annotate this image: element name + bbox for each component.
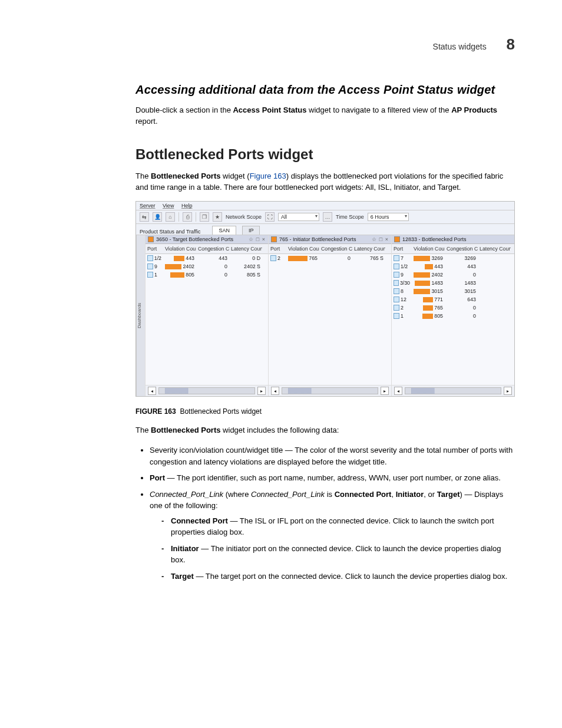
network-scope-dropdown[interactable]: All xyxy=(278,213,319,221)
column-header[interactable]: Port xyxy=(146,245,163,252)
toolbar-print-icon[interactable]: ⎙ xyxy=(183,212,192,222)
toolbar-user-icon[interactable]: 👤 xyxy=(153,212,162,222)
horizontal-scrollbar[interactable]: ◂▸ xyxy=(146,385,268,396)
port-icon xyxy=(394,280,399,286)
table-row[interactable]: 1/2443443 xyxy=(392,262,514,271)
column-header[interactable]: Violation Count xyxy=(163,245,196,252)
bar-chart-bar xyxy=(425,264,433,269)
menu-view[interactable]: View xyxy=(163,203,174,209)
dash-target: Target — The target port on the connecte… xyxy=(161,571,515,582)
latency-count-cell: 2402 S xyxy=(229,263,262,270)
table-row[interactable]: 12771643 xyxy=(392,295,514,304)
port-icon xyxy=(394,305,399,311)
scroll-track[interactable] xyxy=(158,387,255,394)
bar-chart-bar xyxy=(414,289,430,294)
horizontal-scrollbar[interactable]: ◂▸ xyxy=(269,385,391,396)
column-header[interactable]: Congestion C... xyxy=(319,245,352,252)
tab-san[interactable]: SAN xyxy=(212,226,236,235)
port-cell: 8 xyxy=(392,288,412,295)
bar-chart-bar xyxy=(170,272,184,278)
latency-count-cell xyxy=(478,274,511,275)
congestion-count-cell: 0 xyxy=(445,304,478,311)
port-icon xyxy=(394,288,399,294)
table-row[interactable]: 3/3014831483 xyxy=(392,279,514,287)
scroll-track[interactable] xyxy=(282,387,378,394)
violation-count-cell: 443 xyxy=(163,255,196,262)
table-row[interactable]: 924020 xyxy=(392,271,514,279)
port-cell: 2 xyxy=(269,255,286,262)
bar-chart-bar xyxy=(288,256,308,261)
menu-server[interactable]: Server xyxy=(140,203,156,209)
dash-initiator: Initiator — The initiator port on the co… xyxy=(161,543,515,566)
scroll-right-arrow[interactable]: ▸ xyxy=(504,387,512,395)
column-header[interactable]: Violation Count xyxy=(412,245,445,252)
bar-chart-bar xyxy=(414,272,430,278)
toolbar-copy-icon[interactable]: ❐ xyxy=(200,212,209,222)
ellipsis-button[interactable]: … xyxy=(323,212,332,222)
horizontal-scrollbar[interactable]: ◂▸ xyxy=(392,385,514,396)
table-row[interactable]: 18050805 S xyxy=(146,271,268,279)
scroll-left-arrow[interactable]: ◂ xyxy=(148,387,156,395)
port-cell: 12 xyxy=(392,296,412,303)
violation-count-cell: 3269 xyxy=(412,255,445,262)
scroll-track[interactable] xyxy=(405,387,501,394)
column-header[interactable]: Latency Count xyxy=(229,245,262,252)
scope-icon[interactable]: ⛶ xyxy=(265,212,275,222)
latency-count-cell xyxy=(478,282,511,284)
toolbar-icon[interactable]: ⇆ xyxy=(140,212,149,222)
table-row[interactable]: 27650765 S xyxy=(269,254,391,262)
scroll-thumb[interactable] xyxy=(165,388,189,394)
latency-count-cell xyxy=(478,291,511,292)
violation-count-cell: 805 xyxy=(163,271,196,278)
table-row[interactable]: 9240202402 S xyxy=(146,262,268,271)
table-row[interactable]: 830153015 xyxy=(392,287,514,295)
panel-controls[interactable]: ☆ □ × xyxy=(372,236,389,242)
port-icon xyxy=(270,255,276,261)
figure-reference-link[interactable]: Figure 163 xyxy=(250,172,286,180)
violation-count-cell: 2402 xyxy=(163,263,196,270)
menu-help[interactable]: Help xyxy=(181,203,193,209)
bullet-severity: Severity icon/violation count/widget tit… xyxy=(150,444,515,467)
sidebar-dashboards[interactable]: Dashboards xyxy=(136,235,145,396)
table-row[interactable]: 1/24434430 D xyxy=(146,254,268,262)
table-row[interactable]: 732693269 xyxy=(392,254,514,262)
app-toolbar: ⇆ 👤 ⌂ ⎙ ❐ ★ Network Scope ⛶ All … Time S… xyxy=(136,210,514,224)
port-icon xyxy=(394,272,399,278)
column-header[interactable]: Congestion C... xyxy=(196,245,229,252)
congestion-count-cell: 443 xyxy=(196,255,229,262)
panel-spacer xyxy=(392,320,514,385)
scroll-right-arrow[interactable]: ▸ xyxy=(381,387,389,395)
widget-heading: Bottlenecked Ports widget xyxy=(135,146,515,163)
dash-list: Connected Port — The ISL or IFL port on … xyxy=(150,515,515,582)
panel-title: 3650 - Target Bottlenecked Ports xyxy=(156,236,233,242)
toolbar-star-icon[interactable]: ★ xyxy=(213,212,222,222)
column-header[interactable]: Port xyxy=(269,245,286,252)
column-header[interactable]: Congestion C... xyxy=(445,245,478,252)
violation-count-cell: 765 xyxy=(286,255,319,262)
toolbar-home-icon[interactable]: ⌂ xyxy=(166,212,175,222)
panel-controls[interactable]: ☆ □ × xyxy=(249,236,266,242)
scroll-thumb[interactable] xyxy=(288,388,312,394)
tab-ip[interactable]: IP xyxy=(242,226,260,235)
column-header[interactable]: Port xyxy=(392,245,412,252)
table-row[interactable]: 27650 xyxy=(392,304,514,312)
scroll-thumb[interactable] xyxy=(411,388,435,394)
chapter-number: 8 xyxy=(507,35,515,53)
table-row[interactable]: 18050 xyxy=(392,312,514,320)
bar-chart-bar xyxy=(423,297,433,302)
column-header[interactable]: Violation Count xyxy=(286,245,319,252)
scroll-left-arrow[interactable]: ◂ xyxy=(394,387,402,395)
time-scope-dropdown[interactable]: 6 Hours xyxy=(368,213,409,221)
scroll-right-arrow[interactable]: ▸ xyxy=(257,387,266,395)
network-scope-label: Network Scope xyxy=(226,214,262,220)
port-icon xyxy=(394,313,399,319)
after-figure-paragraph: The Bottlenecked Ports widget includes t… xyxy=(135,425,515,436)
port-icon xyxy=(394,255,399,261)
severity-icon xyxy=(271,236,277,242)
port-cell: 1/2 xyxy=(392,263,412,270)
scroll-left-arrow[interactable]: ◂ xyxy=(271,387,279,395)
congestion-count-cell: 0 xyxy=(445,312,478,319)
column-header[interactable]: Latency Count xyxy=(352,245,385,252)
column-header[interactable]: Latency Count xyxy=(478,245,511,252)
panel-header: 12833 - Bottlenecked Ports xyxy=(392,235,514,244)
